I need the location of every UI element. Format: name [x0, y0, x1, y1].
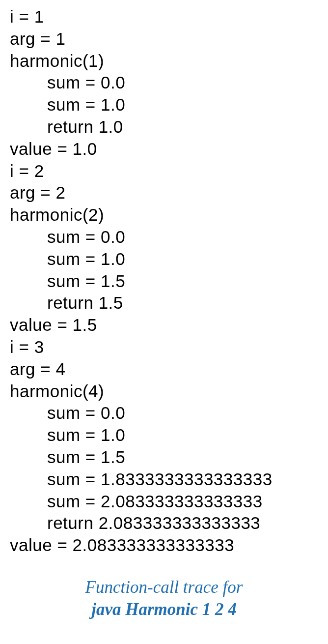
- caption-line-2: java Harmonic 1 2 4: [10, 598, 318, 621]
- trace-line: sum = 1.0: [10, 424, 318, 446]
- trace-line: value = 2.083333333333333: [10, 534, 318, 556]
- trace-line: sum = 1.0: [10, 248, 318, 270]
- trace-line: i = 3: [10, 336, 318, 358]
- trace-line: value = 1.5: [10, 314, 318, 336]
- caption: Function-call trace for java Harmonic 1 …: [10, 576, 318, 621]
- trace-line: sum = 1.5: [10, 270, 318, 293]
- trace-line: harmonic(1): [10, 50, 318, 72]
- trace-line: sum = 0.0: [10, 402, 318, 424]
- trace-line: sum = 0.0: [10, 72, 318, 94]
- function-call-trace: i = 1arg = 1harmonic(1)sum = 0.0sum = 1.…: [10, 6, 318, 556]
- trace-line: i = 2: [10, 160, 318, 182]
- trace-line: sum = 1.0: [10, 94, 318, 116]
- trace-line: value = 1.0: [10, 138, 318, 160]
- trace-line: arg = 4: [10, 358, 318, 381]
- trace-line: sum = 1.8333333333333333: [10, 468, 318, 491]
- trace-line: sum = 0.0: [10, 226, 318, 248]
- trace-line: harmonic(2): [10, 204, 318, 226]
- trace-line: return 1.0: [10, 116, 318, 138]
- caption-line-1: Function-call trace for: [10, 576, 318, 599]
- trace-line: arg = 1: [10, 28, 318, 50]
- trace-line: harmonic(4): [10, 381, 318, 403]
- trace-line: i = 1: [10, 6, 318, 28]
- trace-line: sum = 1.5: [10, 446, 318, 468]
- trace-line: return 2.083333333333333: [10, 512, 318, 534]
- trace-line: arg = 2: [10, 182, 318, 204]
- trace-line: sum = 2.083333333333333: [10, 491, 318, 513]
- trace-line: return 1.5: [10, 292, 318, 314]
